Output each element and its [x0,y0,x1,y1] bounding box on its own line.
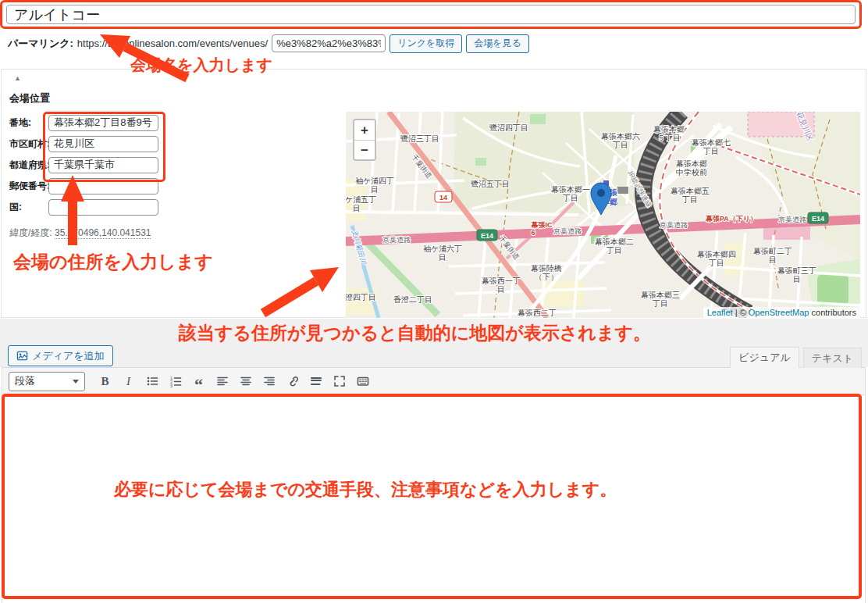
map-label: 幕張本郷二 [595,237,634,246]
toolbar-blockquote-button[interactable]: “ [188,372,209,391]
map-label: 目 [793,275,801,284]
venue-field-row-country: 国: [9,198,158,216]
map-label: 幕張本郷四 [697,250,736,259]
map-label: 幕張PA（下り） [705,215,757,223]
venue-map[interactable]: 14E14E14 鷺沼三丁目鷺沼四丁目鷺沼五丁目袖ケ浦四丁目袖ケ浦五丁目袖ケ浦六… [346,112,860,318]
map-label: 中学校前 [676,168,707,177]
annotation-venue-name: 会場名を入力します [130,55,272,76]
toolbar-link-button[interactable] [282,372,303,391]
venue-field-input-zip[interactable] [48,178,158,194]
toolbar-more-tag-button[interactable] [305,372,326,391]
attribution-suffix: contributors [809,308,856,317]
toolbar-numbered-list-button[interactable]: 123 [165,372,186,391]
toolbar-toggle-icon [357,375,369,387]
map-label: 鷺沼五丁目 [471,180,510,188]
map-label: ５丁目 [657,134,681,142]
add-media-icon [16,350,28,362]
fullscreen-icon [333,375,346,387]
dropdown-caret-icon [73,380,79,384]
map-label: 鷺沼四丁目 [489,123,528,132]
map-label: 幕張本郷 [676,159,707,168]
bold-icon: B [101,375,108,388]
annotation-editor-note: 必要に応じて会場までの交通手段、注意事項などを入力します。 [114,478,617,501]
permalink-label: パーマリンク: [8,37,73,51]
map-label: 幕張IC [531,221,553,229]
add-media-button[interactable]: メディアを追加 [8,345,113,366]
permalink-url: https://altkonlinesalon.com/events/venue… [77,37,268,49]
collapse-toggle-icon[interactable]: ▲ [9,73,26,83]
zoom-in-button[interactable]: + [354,120,375,140]
annotation-venue-address: 会場の住所を入力します [13,250,213,274]
venue-field-input-city[interactable] [48,136,158,152]
toolbar-align-right-button[interactable] [258,372,279,391]
map-zoom-control: + − [353,119,376,161]
tab-text[interactable]: テキスト [803,348,862,368]
venue-field-input-country[interactable] [48,199,158,216]
map-label: 香澄二丁目 [393,295,432,304]
map-label: 目 [353,204,361,212]
map-label: 丁目 [606,246,622,255]
leaflet-link[interactable]: Leaflet [707,308,733,317]
venue-field-label-address: 番地: [9,116,48,130]
map-label: 京葉道路 [778,216,806,223]
permalink-slug-input[interactable] [272,34,386,52]
map-label: 目 [439,253,446,262]
venue-title-input[interactable] [6,5,856,24]
svg-text:3: 3 [170,384,173,387]
view-venue-button[interactable]: 会場を見る [466,34,529,53]
map-label: 目 [497,285,505,294]
map-label: 6 [531,229,535,237]
editor-mode-tabs: ビジュアルテキスト [730,347,862,368]
map-label: 目 [371,185,379,194]
venue-section-title: 会場位置 [9,91,50,105]
map-label: 幕張陸橋 [531,264,562,273]
toolbar-toolbar-toggle-button[interactable] [352,372,373,391]
add-media-label: メディアを追加 [32,349,105,363]
annotation-map-auto: 該当する住所が見つかると自動的に地図が表示されます。 [179,321,651,345]
toolbar-italic-button[interactable]: I [118,372,139,391]
zoom-out-button[interactable]: − [354,140,375,159]
map-label: 幕張本郷 [653,125,685,134]
route-shield-label: 14 [439,194,447,202]
route-shield-label: E14 [812,215,824,223]
venue-field-label-province: 都道府県: [9,159,48,172]
numbered-list-icon: 123 [169,375,182,387]
route-shield-label: E14 [481,232,493,240]
map-label: 幕張本郷三 [641,291,680,299]
link-icon [286,375,299,387]
map-label: 丁目 [562,194,578,202]
toolbar-align-left-button[interactable] [212,372,233,391]
align-left-icon [216,375,229,387]
tab-visual[interactable]: ビジュアル [730,347,799,368]
map-label: 目 [769,255,777,264]
venue-field-input-address[interactable] [48,115,158,131]
map-label: 京葉道路 [553,227,582,235]
toolbar-align-center-button[interactable] [235,372,256,391]
venue-field-label-zip: 郵便番号: [9,180,48,193]
paragraph-format-select[interactable]: 段落 [9,372,85,391]
toolbar-bulleted-list-button[interactable] [141,372,162,391]
station-building [617,187,628,194]
map-label: 幕張町二丁 [753,247,792,255]
latlng-link[interactable]: 35.670496,140.041531 [55,227,151,239]
get-link-button[interactable]: リンクを取得 [390,34,462,53]
map-label: 丁目 [681,195,698,204]
map-label: 鷺沼三丁目 [400,134,439,143]
venue-field-row-province: 都道府県: [9,156,158,173]
venue-address-fields: 番地:市区町村:都道府県:郵便番号:国: [9,114,158,219]
editor-toolbar: 段落 BI123“ [2,368,865,395]
align-right-icon [263,375,276,387]
venue-field-label-city: 市区町村: [9,137,48,151]
map-label: 丁目 [652,299,668,308]
toolbar-fullscreen-button[interactable] [329,372,350,391]
map-label: 京葉道路 [660,221,688,229]
venue-field-label-country: 国: [9,201,48,214]
venue-field-input-province[interactable] [48,157,158,173]
venue-field-row-zip: 郵便番号: [9,177,158,194]
osm-link[interactable]: OpenStreetMap [749,308,809,317]
map-label: 幕張西二丁 [518,309,557,317]
map-label: 幕張本郷一 [551,185,590,194]
venue-field-row-address: 番地: [9,114,158,131]
toolbar-bold-button[interactable]: B [94,372,116,391]
venue-field-row-city: 市区町村: [9,135,158,152]
